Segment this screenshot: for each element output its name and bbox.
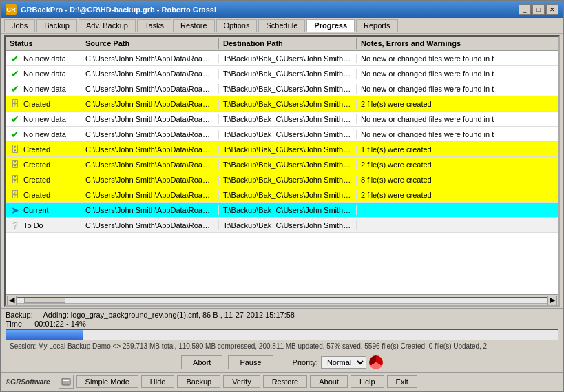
- tab-restore[interactable]: Restore: [173, 19, 215, 32]
- status-cell: ✔ No new data: [6, 113, 81, 125]
- tab-adv-backup[interactable]: Adv. Backup: [79, 19, 136, 32]
- source-cell: C:\Users\John Smith\AppData\Roaming\Micr…: [81, 145, 219, 154]
- dest-cell: T:\Backup\Bak_C\Users\John Smith\A...: [219, 99, 357, 109]
- status-label: No new data: [23, 54, 66, 63]
- col-status: Status: [6, 38, 81, 49]
- dest-cell: T:\Backup\Bak_C\Users\John Smith\A...: [219, 205, 357, 215]
- notes-cell: [357, 225, 558, 226]
- col-notes: Notes, Errors and Warnings: [357, 38, 558, 49]
- tab-jobs[interactable]: Jobs: [4, 19, 35, 32]
- session-text: Session: My Local Backup Demo <> 259.713…: [6, 342, 558, 351]
- check-icon: ✔: [10, 129, 21, 140]
- scroll-thumb[interactable]: [24, 298, 65, 303]
- source-cell: C:\Users\John Smith\AppData\Roaming\Micr…: [81, 175, 219, 185]
- status-label: Created: [23, 176, 50, 184]
- col-dest: Destination Path: [219, 38, 357, 49]
- app-icon: GR: [6, 4, 17, 15]
- tab-reports[interactable]: Reports: [356, 19, 398, 32]
- verify-button[interactable]: Verify: [223, 375, 260, 388]
- footer-logo: ©GRSoftware: [6, 378, 50, 386]
- main-table-area: Status Source Path Destination Path Note…: [4, 35, 560, 307]
- svg-rect-0: [62, 378, 70, 385]
- source-cell: C:\Users\John Smith\AppData\Roaming\Micr…: [81, 190, 219, 200]
- dest-cell: T:\Backup\Bak_C\Users\John Smith\A...: [219, 220, 357, 230]
- dest-cell: T:\Backup\Bak_C\Users\John Smith\A...: [219, 175, 357, 185]
- status-cell: 🗄 Created: [6, 189, 81, 201]
- status-label: Created: [23, 145, 50, 154]
- col-source: Source Path: [81, 38, 219, 49]
- dest-cell: T:\Backup\Bak_C\Users\John Smith\A...: [219, 190, 357, 200]
- notes-cell: 1 file(s) were created: [357, 145, 558, 154]
- exit-button[interactable]: Exit: [387, 375, 417, 388]
- question-icon: ?: [10, 220, 21, 231]
- footer-backup-button[interactable]: Backup: [177, 375, 220, 388]
- dest-cell: T:\Backup\Bak_C\Users\John Smith\A...: [219, 114, 357, 124]
- dest-cell: T:\Backup\Bak_C\Users\John Smith\A...: [219, 69, 357, 79]
- action-buttons: Abort Pause Priority: Normal Low High: [1, 353, 563, 372]
- tab-tasks[interactable]: Tasks: [137, 19, 171, 32]
- table-row: ✔ No new data C:\Users\John Smith\AppDat…: [6, 66, 558, 81]
- dest-cell: T:\Backup\Bak_C\Users\John Smith\A...: [219, 54, 357, 63]
- status-cell: 🗄 Created: [6, 158, 81, 171]
- status-label: To Do: [23, 221, 43, 229]
- source-cell: C:\Users\John Smith\AppData\Roaming\Micr…: [81, 130, 219, 139]
- tab-progress[interactable]: Progress: [306, 19, 355, 32]
- notes-cell: 8 file(s) were created: [357, 175, 558, 185]
- dest-cell: T:\Backup\Bak_C\Users\John Smith\A...: [219, 130, 357, 139]
- close-button[interactable]: ✕: [546, 4, 558, 15]
- footer-drive-icon[interactable]: [59, 375, 74, 389]
- simple-mode-button[interactable]: Simple Mode: [76, 375, 138, 388]
- status-label: Created: [23, 161, 50, 169]
- pause-button[interactable]: Pause: [228, 355, 273, 369]
- dest-cell: T:\Backup\Bak_C\Users\John Smith\A...: [219, 160, 357, 169]
- arrow-icon: ➤: [10, 205, 21, 216]
- status-cell: ? To Do: [6, 219, 81, 231]
- status-label: No new data: [23, 130, 66, 138]
- help-button[interactable]: Help: [351, 375, 384, 388]
- check-icon: ✔: [10, 114, 21, 125]
- priority-select[interactable]: Normal Low High: [321, 356, 366, 369]
- priority-label: Priority:: [293, 358, 318, 367]
- scroll-track[interactable]: [17, 297, 547, 304]
- tab-bar: Jobs Backup Adv. Backup Tasks Restore Op…: [1, 18, 563, 34]
- progress-bar: [6, 329, 558, 340]
- check-icon: ✔: [10, 53, 21, 64]
- tab-options[interactable]: Options: [216, 19, 258, 32]
- status-label: Current: [23, 206, 49, 214]
- scroll-right-button[interactable]: ▶: [547, 296, 557, 305]
- status-label: No new data: [23, 115, 66, 123]
- table-row: ✔ No new data C:\Users\John Smith\AppDat…: [6, 81, 558, 96]
- dest-cell: T:\Backup\Bak_C\Users\John Smith\A...: [219, 84, 357, 94]
- status-bar: Backup: Adding: logo_gray_background_rev…: [1, 308, 563, 353]
- footer-restore-button[interactable]: Restore: [263, 375, 308, 388]
- table-scroll-area[interactable]: ✔ No new data C:\Users\John Smith\AppDat…: [6, 51, 558, 294]
- db-icon: 🗄: [10, 174, 21, 185]
- abort-button[interactable]: Abort: [181, 355, 222, 369]
- source-cell: C:\Users\John Smith\AppData\Roaming\Micr…: [81, 205, 219, 215]
- table-row: ➤ Current C:\Users\John Smith\AppData\Ro…: [6, 203, 558, 218]
- source-cell: C:\Users\John Smith\AppData\Roaming\Micr…: [81, 84, 219, 94]
- scroll-left-button[interactable]: ◀: [7, 296, 17, 305]
- tab-schedule[interactable]: Schedule: [258, 19, 305, 32]
- status-label: No new data: [23, 85, 66, 93]
- progress-fill: [6, 330, 83, 340]
- minimize-button[interactable]: _: [519, 4, 531, 15]
- status-cell: ✔ No new data: [6, 52, 81, 65]
- main-window: GR GRBackPro - D:\@GR\HD-backup.grb - Ro…: [0, 0, 564, 392]
- notes-cell: No new or changed files were found in t: [357, 69, 558, 79]
- about-button[interactable]: About: [310, 375, 348, 388]
- backup-label: Backup:: [6, 311, 33, 319]
- status-cell: 🗄 Created: [6, 143, 81, 156]
- source-cell: C:\Users\John Smith\AppData\Roaming\Micr…: [81, 69, 219, 79]
- db-icon: 🗄: [10, 189, 21, 200]
- status-label: Created: [23, 191, 50, 199]
- maximize-button[interactable]: □: [532, 4, 545, 15]
- tab-backup[interactable]: Backup: [36, 19, 77, 32]
- notes-cell: No new or changed files were found in t: [357, 130, 558, 139]
- table-row: 🗄 Created C:\Users\John Smith\AppData\Ro…: [6, 187, 558, 203]
- source-cell: C:\Users\John Smith\AppData\Roaming\Micr…: [81, 160, 219, 169]
- horizontal-scrollbar[interactable]: ◀ ▶: [6, 294, 558, 305]
- time-value: 00:01:22 - 14%: [34, 320, 86, 328]
- table-row: 🗄 Created C:\Users\John Smith\AppData\Ro…: [6, 157, 558, 172]
- hide-button[interactable]: Hide: [141, 375, 175, 388]
